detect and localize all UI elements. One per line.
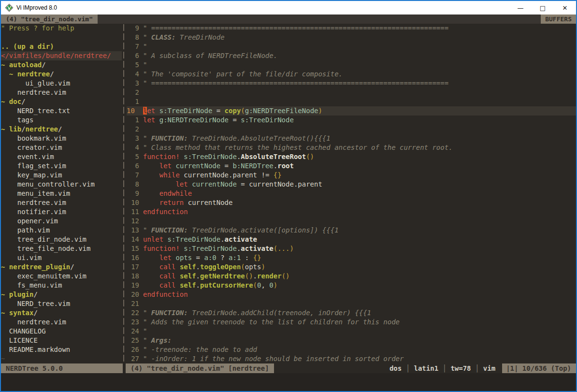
code-line[interactable]: 21 [127,299,576,308]
tree-item-updir[interactable]: .. (up a dir) [1,42,122,51]
tree-item-event.vim[interactable]: event.vim [1,152,122,161]
tree-item-lib-nerdtree[interactable]: ~ lib/nerdtree/ [1,125,122,134]
code-line[interactable]: 26" -treenode: the node to add [127,345,576,354]
token: endwhile [159,189,192,197]
tree-item-CHANGELOG[interactable]: CHANGELOG [1,327,122,336]
token: () [245,272,253,280]
tree-item-nerdtree.vim[interactable]: nerdtree.vim [1,318,122,327]
tree-item-fs_menu.vim[interactable]: fs_menu.vim [1,281,122,290]
tree-item-NERD_tree.txt[interactable]: NERD_tree.txt [1,106,122,116]
code-line[interactable]: 9 endwhile [127,189,576,198]
code-line-current[interactable]: 10let s:TreeDirNode = copy(g:NERDTreeFil… [127,106,576,116]
file-name: event.vim [1,153,54,160]
code-line[interactable]: 22" FUNCTION: TreeDirNode.addChild(treen… [127,308,576,318]
code-line[interactable]: 16 let opts = a:0 ? a:1 : {} [127,253,576,262]
code-line[interactable]: 18 call self.getNerdtree().render() [127,272,576,281]
code-line[interactable]: 6 let currentNode = b:NERDTree.root [127,161,576,171]
code-line[interactable]: 10 return currentNode [127,198,576,207]
code-line[interactable]: 8" CLASS: TreeDirNode [127,33,576,42]
code-line[interactable]: 9" =====================================… [127,24,576,33]
tree-item-root[interactable]: </vimfiles/bundle/nerdtree/ [1,51,122,60]
tree-item-LICENCE[interactable]: LICENCE [1,336,122,345]
token [155,116,159,124]
tree-item-menu_item.vim[interactable]: menu_item.vim [1,189,122,198]
tree-item-nerdtree_plugin[interactable]: ~ nerdtree_plugin/ [1,262,122,272]
editor-panel[interactable]: 9" =====================================… [127,24,576,363]
code-line[interactable]: 1 [127,97,576,106]
file-name: tree_file_node.vim [1,245,90,252]
tree-item-tree_file_node.vim[interactable]: tree_file_node.vim [1,244,122,253]
line-text: " ======================================… [143,24,448,33]
code-line[interactable]: 25" Args: [127,336,576,345]
code-line[interactable]: 12 [127,217,576,226]
code-line[interactable]: 4" Class method that returns the highest… [127,143,576,152]
tree-item-bookmark.vim[interactable]: bookmark.vim [1,134,122,143]
code-line[interactable]: 1let g:NERDTreeDirNode = s:TreeDirNode [127,116,576,125]
tree-item-flag_set.vim[interactable]: flag_set.vim [1,161,122,171]
status-flag: dos [389,364,402,372]
token: " -treenode: the node to add [143,346,257,353]
code-line[interactable]: 27" -inOrder: 1 if the new node should b… [127,354,576,363]
code-line[interactable]: 15function! s:TreeDirNode.activate(...) [127,244,576,253]
code-line[interactable]: 14unlet s:TreeDirNode.activate [127,235,576,244]
token: b:NERDTree [232,162,273,170]
code-line[interactable]: 17 call self.toggleOpen(opts) [127,262,576,272]
tree-item-nerdtree.vim[interactable]: nerdtree.vim [1,88,122,97]
tree-item-notifier.vim[interactable]: notifier.vim [1,207,122,217]
tree-item-nerdtree.vim[interactable]: nerdtree.vim [1,198,122,207]
tree-item-syntax[interactable]: ~ syntax/ [1,308,122,318]
dir-slash: / [21,125,25,133]
code-line[interactable]: 20endfunction [127,290,576,299]
nerdtree-panel[interactable]: " Press ? for help.. (up a dir)</vimfile… [1,24,122,363]
tree-item-plugin[interactable]: ~ plugin/ [1,290,122,299]
tree-item-tags[interactable]: tags [1,116,122,125]
token: while [159,171,180,179]
code-line[interactable]: 3" =====================================… [127,79,576,88]
tab-tree-dir-node[interactable]: (4) "tree_dir_node.vim" [1,15,98,24]
code-line[interactable]: 8 let currentNode = currentNode.parent [127,180,576,189]
tree-item-opener.vim[interactable]: opener.vim [1,217,122,226]
line-text: " Args: [143,336,172,345]
tree-item-tree_dir_node.vim[interactable]: tree_dir_node.vim [1,235,122,244]
tree-item-exec_menuitem.vim[interactable]: exec_menuitem.vim [1,272,122,281]
code-line[interactable]: 7 while currentNode.parent != {} [127,171,576,180]
tilde-text: ~ [1,355,5,363]
svg-text:V: V [8,6,11,11]
token: a:0 [204,254,216,261]
code-line[interactable]: 7" [127,42,576,51]
token: root [277,162,294,170]
tree-item-ui_glue.vim[interactable]: ui_glue.vim [1,79,122,88]
file-name: fs_menu.vim [1,281,62,289]
line-text: let opts = a:0 ? a:1 : {} [143,253,261,262]
maximize-button[interactable]: □ [532,1,554,15]
command-line[interactable] [1,373,576,391]
line-number: 2 [127,125,139,134]
code-line[interactable]: 19 call self.putCursorHere(0, 0) [127,281,576,290]
tree-item-ui.vim[interactable]: ui.vim [1,253,122,262]
code-line[interactable]: 13" FUNCTION: TreeDirNode.activate([opti… [127,226,576,235]
tree-item-NERD_tree.vim[interactable]: NERD_tree.vim [1,299,122,308]
code-line[interactable]: 5" [127,60,576,70]
token: currentNode.parent != [180,171,274,179]
tree-item-autoload[interactable]: ~ autoload/ [1,60,122,70]
code-line[interactable]: 11endfunction [127,207,576,217]
close-button[interactable]: ✕ [554,1,576,15]
tree-item-nerdtree[interactable]: ~ nerdtree/ [1,70,122,79]
tree-item-menu_controller.vim[interactable]: menu_controller.vim [1,180,122,189]
tree-item-README.markdown[interactable]: README.markdown [1,345,122,354]
tree-item-key_map.vim[interactable]: key_map.vim [1,171,122,180]
tree-item-creator.vim[interactable]: creator.vim [1,143,122,152]
code-line[interactable]: 23" Adds the given treenode to the list … [127,318,576,327]
code-line[interactable]: 3" FUNCTION: TreeDirNode.AbsoluteTreeRoo… [127,134,576,143]
code-line[interactable]: 6" A subclass of NERDTreeFileNode. [127,51,576,60]
tree-item-help[interactable]: " Press ? for help [1,24,122,33]
code-line[interactable]: 2 [127,125,576,134]
minimize-button[interactable]: — [509,1,532,15]
window-split-separator[interactable] [122,24,127,363]
code-line[interactable]: 2 [127,88,576,97]
code-line[interactable]: 4" The 'composite' part of the file/dir … [127,70,576,79]
code-line[interactable]: 5function! s:TreeDirNode.AbsoluteTreeRoo… [127,152,576,161]
code-line[interactable]: 24" [127,327,576,336]
tree-item-doc[interactable]: ~ doc/ [1,97,122,106]
tree-item-path.vim[interactable]: path.vim [1,226,122,235]
